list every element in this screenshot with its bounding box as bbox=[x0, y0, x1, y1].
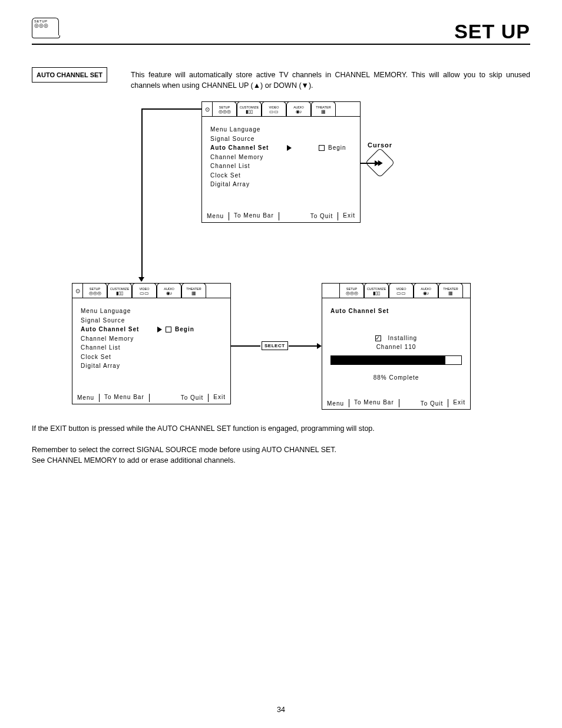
osd-tabs: ⊙ SETUP◎◎◎ CUSTOMIZE▮▯▯ VIDEO▭▭ AUDIO◉♪ … bbox=[72, 284, 230, 298]
installing-row: Installing bbox=[330, 334, 462, 343]
progress-fill bbox=[331, 356, 445, 364]
footer-exit[interactable]: Exit bbox=[208, 394, 230, 402]
select-button[interactable]: SELECT bbox=[262, 341, 288, 350]
tab-theater[interactable]: THEATER▦ bbox=[181, 283, 206, 298]
audio-icon: ◉♪ bbox=[296, 109, 302, 114]
theater-icon: ▦ bbox=[448, 291, 453, 296]
flow-connector bbox=[141, 108, 143, 169]
customize-icon: ▮▯▯ bbox=[246, 109, 253, 114]
arrow-right-icon bbox=[287, 145, 292, 151]
osd3-title: Auto Channel Set bbox=[330, 307, 462, 316]
flow-connector bbox=[361, 163, 375, 164]
menu-item: Signal Source bbox=[210, 134, 352, 144]
footer-exit[interactable]: Exit bbox=[338, 212, 360, 220]
menu-item: Channel List bbox=[210, 162, 352, 171]
tab-selector-icon: ⊙ bbox=[72, 284, 83, 298]
progress-bar bbox=[330, 355, 462, 365]
osd-tabs: SETUP◎◎◎ CUSTOMIZE▮▯▯ VIDEO▭▭ AUDIO◉♪ TH… bbox=[322, 284, 470, 298]
intro-text: This feature will automatically store ac… bbox=[131, 71, 530, 90]
menu-item-selected: Auto Channel Set Begin bbox=[81, 325, 222, 334]
setup-icon: ◎◎◎ bbox=[219, 109, 231, 114]
tab-selector-icon: ⊙ bbox=[202, 102, 213, 116]
flow-connector bbox=[289, 345, 318, 347]
tab-setup[interactable]: SETUP◎◎◎ bbox=[82, 283, 107, 298]
tab-selector-spacer bbox=[322, 284, 340, 298]
tab-video[interactable]: VIDEO▭▭ bbox=[389, 283, 414, 298]
flow-connector bbox=[231, 345, 260, 347]
installing-checkbox bbox=[375, 335, 381, 341]
tab-video[interactable]: VIDEO▭▭ bbox=[262, 101, 286, 116]
video-icon: ▭▭ bbox=[140, 291, 149, 296]
footer-to-quit: To Quit bbox=[416, 400, 448, 407]
footer-menu[interactable]: Menu bbox=[72, 394, 99, 401]
menu-item: Menu Language bbox=[81, 307, 222, 316]
progress-text: 88% Complete bbox=[330, 373, 462, 383]
chapter-tab-base bbox=[32, 35, 60, 38]
tab-theater[interactable]: THEATER▦ bbox=[311, 101, 336, 116]
begin-checkbox[interactable] bbox=[166, 327, 171, 332]
channel-number: Channel 110 bbox=[330, 342, 462, 352]
footer-menu[interactable]: Menu bbox=[202, 213, 229, 219]
cursor-label: Cursor bbox=[368, 141, 392, 149]
osd-body: Menu Language Signal Source Auto Channel… bbox=[72, 298, 230, 392]
osd-panel-step2: ⊙ SETUP◎◎◎ CUSTOMIZE▮▯▯ VIDEO▭▭ AUDIO◉♪ … bbox=[72, 283, 231, 404]
setup-icon: ◎◎◎ bbox=[89, 291, 101, 296]
footer-exit[interactable]: Exit bbox=[448, 399, 470, 407]
video-icon: ▭▭ bbox=[396, 291, 406, 296]
osd-panel-step3: SETUP◎◎◎ CUSTOMIZE▮▯▯ VIDEO▭▭ AUDIO◉♪ TH… bbox=[322, 283, 471, 410]
footer-to-quit: To Quit bbox=[306, 213, 338, 219]
begin-label: Begin bbox=[175, 325, 194, 334]
tab-theater[interactable]: THEATER▦ bbox=[438, 283, 463, 298]
tab-customize[interactable]: CUSTOMIZE▮▯▯ bbox=[107, 283, 132, 298]
installing-label: Installing bbox=[388, 335, 417, 341]
setup-icon: ◎◎◎ bbox=[346, 291, 358, 296]
page-number: 34 bbox=[0, 706, 562, 714]
menu-item: Channel List bbox=[81, 343, 222, 353]
note-paragraph-1: If the EXIT button is pressed while the … bbox=[32, 423, 530, 434]
osd-footer: Menu To Menu Bar To Quit Exit bbox=[202, 210, 360, 222]
tab-setup[interactable]: SETUP◎◎◎ bbox=[212, 101, 237, 116]
footer-to-menu-bar: To Menu Bar bbox=[229, 212, 279, 220]
tab-audio[interactable]: AUDIO◉♪ bbox=[414, 283, 438, 298]
section-label: AUTO CHANNEL SET bbox=[32, 67, 107, 83]
osd-footer: Menu To Menu Bar To Quit Exit bbox=[322, 397, 470, 409]
menu-item: Signal Source bbox=[81, 316, 222, 325]
osd-tabs: ⊙ SETUP◎◎◎ CUSTOMIZE▮▯▯ VIDEO▭▭ AUDIO◉♪ … bbox=[202, 102, 360, 117]
menu-item: Digital Array bbox=[210, 180, 352, 189]
osd-body: Auto Channel Set Installing Channel 110 … bbox=[322, 298, 470, 397]
arrow-right-icon bbox=[157, 327, 162, 332]
tab-customize[interactable]: CUSTOMIZE▮▯▯ bbox=[237, 101, 262, 116]
video-icon: ▭▭ bbox=[269, 109, 279, 114]
footer-menu[interactable]: Menu bbox=[322, 400, 349, 407]
tab-audio[interactable]: AUDIO◉♪ bbox=[286, 101, 311, 116]
tab-audio[interactable]: AUDIO◉♪ bbox=[157, 283, 181, 298]
customize-icon: ▮▯▯ bbox=[373, 291, 380, 296]
tab-setup[interactable]: SETUP◎◎◎ bbox=[339, 283, 364, 298]
menu-item: Menu Language bbox=[210, 125, 352, 134]
footer-to-menu-bar: To Menu Bar bbox=[99, 394, 150, 402]
osd-footer: Menu To Menu Bar To Quit Exit bbox=[72, 392, 230, 404]
flow-connector bbox=[141, 108, 201, 110]
page-title: SET UP bbox=[454, 20, 530, 43]
setup-sliders-icon: ◎◎◎ bbox=[34, 23, 57, 28]
footer-to-menu-bar: To Menu Bar bbox=[349, 399, 399, 407]
chapter-tab: SETUP ◎◎◎ bbox=[32, 18, 59, 35]
menu-item: Channel Memory bbox=[210, 153, 352, 162]
audio-icon: ◉♪ bbox=[166, 291, 173, 296]
begin-checkbox[interactable] bbox=[319, 145, 325, 151]
title-divider bbox=[32, 44, 530, 45]
osd-panel-step1: ⊙ SETUP◎◎◎ CUSTOMIZE▮▯▯ VIDEO▭▭ AUDIO◉♪ … bbox=[201, 101, 361, 223]
menu-item: Digital Array bbox=[81, 361, 222, 371]
tab-customize[interactable]: CUSTOMIZE▮▯▯ bbox=[364, 283, 389, 298]
audio-icon: ◉♪ bbox=[423, 291, 429, 296]
menu-item: Clock Set bbox=[210, 171, 352, 180]
menu-item: Channel Memory bbox=[81, 334, 222, 344]
theater-icon: ▦ bbox=[321, 109, 326, 114]
menu-item-selected: Auto Channel Set Begin bbox=[210, 143, 352, 153]
arrow-down-icon bbox=[138, 277, 144, 282]
begin-label: Begin bbox=[328, 143, 346, 153]
customize-icon: ▮▯▯ bbox=[116, 291, 123, 296]
tab-video[interactable]: VIDEO▭▭ bbox=[132, 283, 157, 298]
intro-paragraph: This feature will automatically store ac… bbox=[131, 70, 530, 91]
arrow-right-icon bbox=[375, 160, 379, 166]
